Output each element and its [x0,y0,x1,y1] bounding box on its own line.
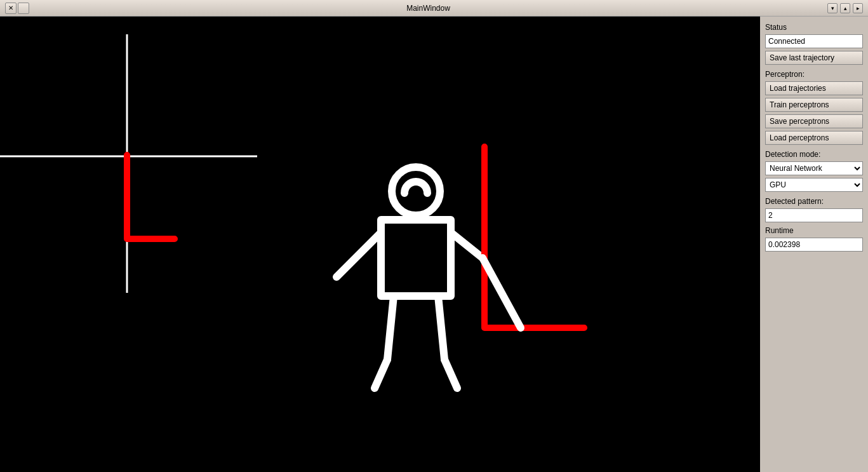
title-bar-controls[interactable]: ▾ ▴ ▸ [827,3,863,13]
close-button[interactable]: ✕ [5,3,17,14]
main-content: Status Save last trajectory Perceptron: … [0,17,868,472]
save-trajectory-button[interactable]: Save last trajectory [765,51,863,65]
scroll-up-btn[interactable]: ▴ [840,3,850,13]
load-trajectories-button[interactable]: Load trajectories [765,81,863,95]
detected-pattern-input[interactable] [765,208,863,222]
detection-mode-select[interactable]: Neural Network SVM KNN [765,161,863,175]
title-bar: ✕ MainWindow ▾ ▴ ▸ [0,0,868,17]
window-controls-left[interactable]: ✕ [5,3,29,14]
window-title: MainWindow [29,4,827,13]
gpu-select[interactable]: GPU CPU [765,178,863,192]
scroll-down-btn[interactable]: ▾ [827,3,838,13]
minimize-button[interactable] [18,3,29,14]
status-input[interactable] [765,34,863,48]
detection-mode-label: Detection mode: [765,150,863,159]
main-canvas [0,17,760,472]
perceptron-label: Perceptron: [765,70,863,79]
canvas-area [0,17,760,472]
train-perceptrons-button[interactable]: Train perceptrons [765,98,863,112]
runtime-label: Runtime [765,226,863,235]
sidebar: Status Save last trajectory Perceptron: … [760,17,868,472]
status-label: Status [765,23,863,32]
load-perceptrons-button[interactable]: Load perceptrons [765,131,863,145]
save-perceptrons-button[interactable]: Save perceptrons [765,114,863,128]
detected-pattern-label: Detected pattern: [765,197,863,206]
runtime-input[interactable] [765,238,863,252]
scroll-right-btn[interactable]: ▸ [853,3,863,13]
